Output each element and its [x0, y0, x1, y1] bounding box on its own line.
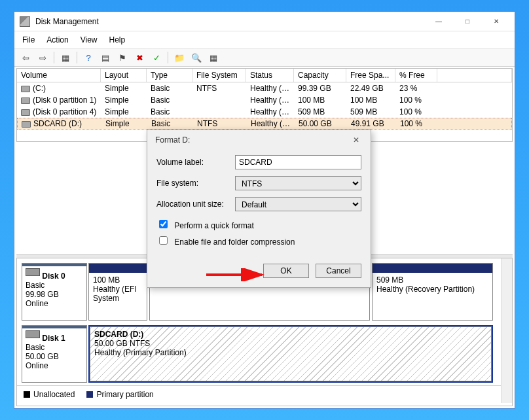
- back-icon[interactable]: ⇦: [18, 51, 33, 64]
- menu-help[interactable]: Help: [108, 34, 127, 46]
- col-percent[interactable]: % Free: [395, 69, 437, 82]
- menu-action[interactable]: Action: [45, 34, 69, 46]
- volume-label-label: Volume label:: [156, 158, 235, 167]
- drive-icon: [22, 121, 31, 128]
- volume-row[interactable]: (Disk 0 partition 1)SimpleBasicHealthy (…: [17, 94, 512, 106]
- list-icon[interactable]: ▦: [206, 51, 221, 64]
- delete-icon[interactable]: ✖: [132, 51, 147, 64]
- maximize-button[interactable]: □: [453, 12, 482, 31]
- menu-view[interactable]: View: [79, 34, 99, 46]
- dialog-close-icon[interactable]: ✕: [348, 135, 364, 145]
- check-icon[interactable]: ✓: [149, 51, 164, 64]
- minimize-button[interactable]: —: [424, 12, 453, 31]
- titlebar: Disk Management — □ ✕: [14, 12, 515, 31]
- close-button[interactable]: ✕: [482, 12, 511, 31]
- properties-icon[interactable]: ▤: [98, 51, 113, 64]
- ok-button[interactable]: OK: [263, 264, 309, 278]
- menu-file[interactable]: File: [21, 34, 36, 46]
- compression-checkbox[interactable]: [159, 236, 168, 245]
- volume-row[interactable]: SDCARD (D:)SimpleBasicNTFSHealthy (P...5…: [17, 118, 512, 130]
- allocation-select[interactable]: Default: [235, 197, 361, 211]
- volume-row[interactable]: (Disk 0 partition 4)SimpleBasicHealthy (…: [17, 106, 512, 118]
- app-icon: [20, 16, 30, 27]
- legend: Unallocated Primary partition: [17, 385, 501, 403]
- disk-label-box[interactable]: Disk 1Basic50.00 GBOnline: [22, 325, 87, 383]
- filesystem-label: File system:: [156, 179, 235, 188]
- forward-icon[interactable]: ⇨: [35, 51, 50, 64]
- volume-list-header: Volume Layout Type File System Status Ca…: [17, 69, 512, 82]
- hdd-icon: [26, 330, 40, 338]
- toolbar: ⇦ ⇨ ▦ ? ▤ ⚑ ✖ ✓ 📁 🔍 ▦: [14, 49, 515, 67]
- partition[interactable]: 509 MBHealthy (Recovery Partition): [372, 263, 493, 321]
- drive-icon: [21, 86, 30, 92]
- col-extra: [437, 69, 512, 82]
- mount-icon[interactable]: 📁: [172, 51, 187, 64]
- volume-label-input[interactable]: [235, 155, 361, 169]
- quick-format-checkbox[interactable]: [159, 220, 168, 228]
- show-hide-tree-icon[interactable]: ▦: [58, 51, 73, 64]
- flag-icon[interactable]: ⚑: [115, 51, 130, 64]
- compression-label[interactable]: Enable file and folder compression: [174, 237, 295, 247]
- drive-icon: [21, 97, 30, 104]
- search-icon[interactable]: 🔍: [189, 51, 204, 64]
- menubar: File Action View Help: [14, 31, 515, 49]
- col-status[interactable]: Status: [246, 69, 294, 82]
- vertical-scrollbar[interactable]: [501, 258, 512, 403]
- col-layout[interactable]: Layout: [101, 69, 147, 82]
- drive-icon: [21, 109, 30, 116]
- col-free[interactable]: Free Spa...: [346, 69, 395, 82]
- col-volume[interactable]: Volume: [17, 69, 101, 82]
- help-icon[interactable]: ?: [81, 51, 96, 64]
- disk-row: Disk 1Basic50.00 GBOnlineSDCARD (D:)50.0…: [17, 321, 501, 383]
- volume-row[interactable]: (C:)SimpleBasicNTFSHealthy (B...99.39 GB…: [17, 82, 512, 94]
- format-dialog: Format D: ✕ Volume label: File system: N…: [147, 130, 371, 288]
- disk-label-box[interactable]: Disk 0Basic99.98 GBOnline: [22, 263, 87, 321]
- cancel-button[interactable]: Cancel: [316, 264, 361, 278]
- col-type[interactable]: Type: [147, 69, 192, 82]
- partition[interactable]: SDCARD (D:)50.00 GB NTFSHealthy (Primary…: [88, 325, 493, 383]
- window-title: Disk Management: [35, 17, 424, 26]
- col-capacity[interactable]: Capacity: [294, 69, 346, 82]
- legend-unallocated: Unallocated: [24, 390, 75, 399]
- dialog-title: Format D:: [155, 135, 190, 145]
- col-filesystem[interactable]: File System: [192, 69, 246, 82]
- legend-primary: Primary partition: [86, 390, 153, 399]
- partition[interactable]: 100 MBHealthy (EFI System: [88, 263, 147, 321]
- allocation-label: Allocation unit size:: [156, 200, 235, 209]
- filesystem-select[interactable]: NTFS: [235, 176, 361, 190]
- quick-format-label[interactable]: Perform a quick format: [174, 221, 253, 230]
- hdd-icon: [26, 268, 40, 276]
- dialog-titlebar: Format D: ✕: [147, 130, 371, 149]
